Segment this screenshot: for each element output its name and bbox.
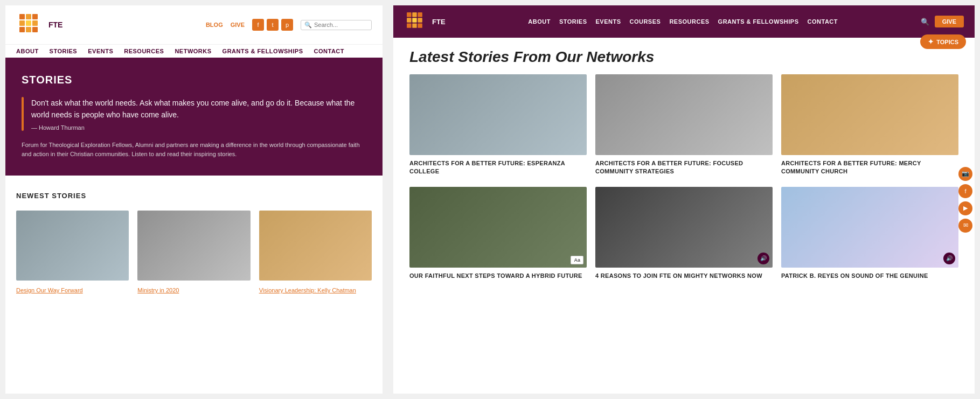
quote-content: Don't ask what the world needs. Ask what… (31, 97, 366, 131)
story-card-title-r1-2: ARCHITECTS FOR A BETTER FUTURE: FOCUSED … (595, 159, 773, 176)
story-link-1[interactable]: Design Our Way Forward (16, 287, 83, 293)
left-nav: ABOUT STORIES EVENTS RESOURCES NETWORKS … (5, 45, 383, 58)
nav-contact-right[interactable]: CONTACT (808, 18, 838, 25)
instagram-icon-right[interactable]: 📷 (958, 167, 972, 181)
topics-icon: ✦ (928, 38, 934, 46)
svg-rect-10 (407, 12, 411, 17)
left-logo-text: FTE (48, 20, 62, 29)
nav-grants-left[interactable]: GRANTS & FELLOWSHIPS (223, 48, 303, 54)
nav-resources-left[interactable]: RESOURCES (124, 48, 164, 54)
story-card-img-r2-1: Aa (409, 187, 587, 268)
story-card-img-r2-2: 🔊 (595, 187, 773, 268)
story-link-2[interactable]: Ministry in 2020 (137, 287, 179, 293)
search-icon-left: 🔍 (304, 22, 312, 29)
svg-rect-4 (19, 20, 25, 26)
story-card-img-r2-3: 🔊 (781, 187, 958, 268)
nav-resources-right[interactable]: RESOURCES (669, 18, 709, 25)
right-logo-text: FTE (432, 18, 446, 26)
story-card-r2-3[interactable]: 🔊 PATRICK B. REYES ON SOUND OF THE GENUI… (781, 187, 958, 280)
audio-badge-r2-3: 🔊 (943, 253, 955, 264)
story-card-1: Design Our Way Forward (16, 211, 129, 295)
svg-rect-6 (32, 20, 38, 26)
nav-grants-right[interactable]: GRANTS & FELLOWSHIPS (718, 18, 799, 25)
svg-rect-7 (19, 27, 25, 32)
story-card-r1-3[interactable]: ARCHITECTS FOR A BETTER FUTURE: MERCY CO… (781, 74, 958, 176)
search-icon-right[interactable]: 🔍 (921, 18, 929, 26)
fte-logo-icon (16, 11, 44, 39)
right-main-content: Latest Stories From Our Networks ARCHITE… (393, 38, 975, 291)
right-social-sidebar: 📷 f ▶ ✉ (958, 167, 975, 233)
story-card-r1-2[interactable]: ARCHITECTS FOR A BETTER FUTURE: FOCUSED … (595, 74, 773, 176)
story-card-title-r2-2: 4 REASONS TO JOIN FTE ON MIGHTY NETWORKS… (595, 272, 773, 280)
facebook-icon-left[interactable]: f (252, 19, 264, 31)
quote-block: Don't ask what the world needs. Ask what… (22, 97, 366, 131)
give-button-right[interactable]: GIVE (935, 16, 964, 27)
story-card-img-r1-2 (595, 74, 773, 155)
topics-button[interactable]: ✦ TOPICS (920, 34, 966, 49)
nav-events-left[interactable]: EVENTS (88, 48, 113, 54)
left-header-right: BLOG GIVE f t p 🔍 (206, 19, 372, 31)
quote-author: — Howard Thurman (31, 124, 366, 131)
quote-text: Don't ask what the world needs. Ask what… (31, 97, 366, 121)
right-nav-actions: 🔍 GIVE (921, 16, 964, 27)
svg-rect-2 (26, 14, 31, 19)
story-link-3[interactable]: Visionary Leadership: Kelly Chatman (259, 287, 356, 293)
right-nav: ABOUT STORIES EVENTS COURSES RESOURCES G… (528, 18, 838, 25)
svg-rect-18 (418, 23, 422, 27)
section-title: Latest Stories From Our Networks (409, 48, 958, 66)
give-link[interactable]: GIVE (231, 22, 245, 28)
story-card-title-r1-1: ARCHITECTS FOR A BETTER FUTURE: ESPERANZ… (409, 159, 587, 176)
quote-bar (22, 97, 24, 131)
svg-rect-15 (418, 18, 422, 22)
left-logo-area: FTE (16, 11, 62, 39)
svg-rect-9 (32, 27, 38, 32)
right-panel: FTE ABOUT STORIES EVENTS COURSES RESOURC… (393, 5, 975, 394)
youtube-icon-right[interactable]: ▶ (958, 201, 972, 215)
story-card-2: Ministry in 2020 (137, 211, 250, 295)
left-hero: STORIES Don't ask what the world needs. … (5, 58, 383, 176)
svg-rect-12 (418, 12, 422, 17)
pinterest-icon-left[interactable]: p (281, 19, 293, 31)
left-header: FTE BLOG GIVE f t p 🔍 (5, 5, 383, 45)
svg-rect-1 (19, 14, 25, 19)
svg-rect-8 (26, 27, 31, 32)
story-img-2 (137, 211, 250, 281)
nav-stories-left[interactable]: STORIES (50, 48, 78, 54)
left-search-bar: 🔍 (301, 20, 372, 30)
facebook-icon-right[interactable]: f (958, 184, 972, 198)
story-card-r2-1[interactable]: Aa OUR FAITHFUL NEXT STEPS TOWARD A HYBR… (409, 187, 587, 280)
svg-rect-13 (407, 18, 411, 22)
nav-events-right[interactable]: EVENTS (595, 18, 621, 25)
hero-title: STORIES (22, 74, 366, 86)
story-img-3 (259, 211, 372, 281)
nav-stories-right[interactable]: STORIES (559, 18, 587, 25)
blog-link[interactable]: BLOG (206, 22, 223, 28)
story-cards-row2: Aa OUR FAITHFUL NEXT STEPS TOWARD A HYBR… (409, 187, 958, 280)
story-card-title-r1-3: ARCHITECTS FOR A BETTER FUTURE: MERCY CO… (781, 159, 958, 176)
story-card-r1-1[interactable]: ARCHITECTS FOR A BETTER FUTURE: ESPERANZ… (409, 74, 587, 176)
mail-icon-right[interactable]: ✉ (958, 219, 972, 233)
story-img-1 (16, 211, 129, 281)
twitter-icon-left[interactable]: t (267, 19, 279, 31)
story-card-img-r1-3 (781, 74, 958, 155)
story-cards-row1: ARCHITECTS FOR A BETTER FUTURE: ESPERANZ… (409, 74, 958, 176)
svg-rect-3 (32, 14, 38, 19)
topics-label: TOPICS (936, 39, 958, 45)
story-card-title-r2-1: OUR FAITHFUL NEXT STEPS TOWARD A HYBRID … (409, 272, 587, 280)
right-header: FTE ABOUT STORIES EVENTS COURSES RESOURC… (393, 5, 975, 38)
story-card-title-r2-3: PATRICK B. REYES ON SOUND OF THE GENUINE (781, 272, 958, 280)
nav-contact-left[interactable]: CONTACT (314, 48, 344, 54)
svg-rect-16 (407, 23, 411, 27)
left-header-links: BLOG GIVE (206, 22, 245, 28)
nav-networks-left[interactable]: NETWORKS (175, 48, 211, 54)
story-card-img-r1-1 (409, 74, 587, 155)
nav-about-left[interactable]: ABOUT (16, 48, 39, 54)
story-card-3: Visionary Leadership: Kelly Chatman (259, 211, 372, 295)
svg-rect-11 (412, 12, 416, 17)
right-logo-area: FTE (404, 10, 446, 33)
story-card-r2-2[interactable]: 🔊 4 REASONS TO JOIN FTE ON MIGHTY NETWOR… (595, 187, 773, 280)
fte-logo-icon-right (404, 10, 428, 33)
search-input-left[interactable] (314, 22, 368, 28)
nav-courses-right[interactable]: COURSES (629, 18, 661, 25)
nav-about-right[interactable]: ABOUT (528, 18, 551, 25)
